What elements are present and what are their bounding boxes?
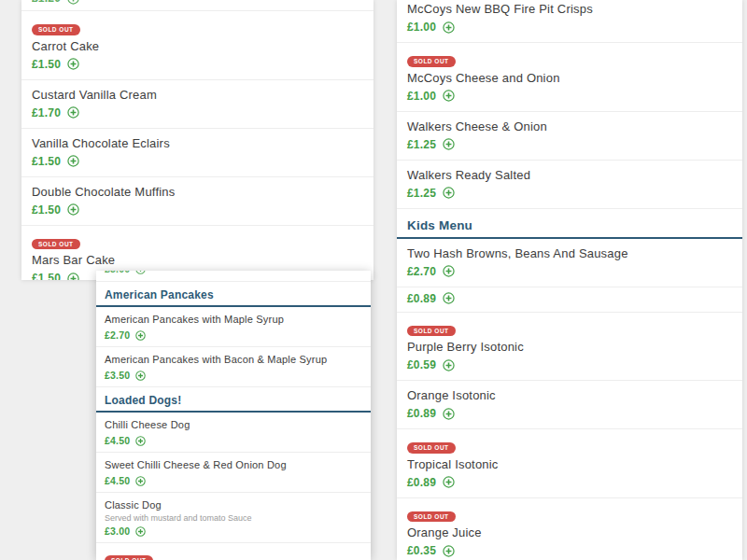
clipped-menu-item: SOLD OUT	[96, 543, 371, 560]
snacks-kids-menu-panel: McCoys New BBQ Fire Pit Crisps£1.00SOLD …	[397, 0, 742, 560]
item-price: £3.00	[105, 271, 130, 274]
add-item-icon[interactable]	[135, 476, 146, 486]
add-item-icon[interactable]	[67, 58, 79, 70]
item-price: £0.89	[407, 476, 436, 489]
menu-item: Two Hash Browns, Beans And Sausage£2.70	[397, 239, 742, 287]
add-item-icon[interactable]	[67, 106, 79, 119]
item-price-row: £1.20	[32, 0, 79, 5]
item-price: £0.89	[407, 292, 436, 305]
item-name: Walkers Cheese & Onion	[407, 119, 732, 134]
add-item-icon[interactable]	[443, 265, 455, 277]
item-price: £1.20	[32, 0, 61, 5]
menu-item: McCoys New BBQ Fire Pit Crisps£1.00	[397, 0, 742, 43]
menu-item: SOLD OUTTropical Isotonic£0.89	[397, 429, 742, 498]
add-item-icon[interactable]	[443, 90, 455, 102]
item-price: £1.25	[407, 138, 436, 151]
add-item-icon[interactable]	[443, 138, 455, 150]
add-item-icon[interactable]	[443, 359, 455, 371]
section-heading: Kids Menu	[397, 209, 742, 239]
menu-item: Walkers Cheese & Onion£1.25	[397, 112, 742, 161]
add-item-icon[interactable]	[135, 271, 146, 274]
add-item-icon[interactable]	[135, 526, 146, 537]
item-price: £1.00	[407, 21, 436, 34]
add-item-icon[interactable]	[135, 436, 146, 446]
clipped-menu-item: £3.00	[96, 271, 371, 282]
item-price-row: £1.25	[407, 187, 732, 200]
item-name: Orange Juice	[407, 525, 732, 540]
item-price: £1.00	[407, 90, 436, 103]
item-price: £3.50	[105, 370, 130, 381]
item-price: £3.00	[105, 525, 130, 537]
add-item-icon[interactable]	[67, 203, 79, 216]
add-item-icon[interactable]	[67, 155, 79, 167]
item-price-row: £1.00	[407, 21, 732, 34]
section-heading: American Pancakes	[96, 282, 371, 307]
item-price: £0.35	[407, 544, 436, 557]
clipped-menu-item: £1.20	[21, 0, 374, 11]
item-price-row: £3.50	[105, 370, 362, 381]
item-description: Served with mustard and tomato Sauce	[105, 513, 362, 523]
item-price: £0.59	[407, 358, 436, 371]
menu-item: SOLD OUTMcCoys Cheese and Onion£1.00	[397, 43, 742, 112]
item-price: £1.50	[32, 58, 61, 71]
menu-item: American Pancakes with Maple Syrup£2.70	[96, 307, 371, 347]
sold-out-badge: SOLD OUT	[407, 326, 456, 337]
add-item-icon[interactable]	[67, 273, 79, 281]
add-item-icon[interactable]	[443, 545, 455, 557]
section-heading-label: Kids Menu	[407, 217, 732, 233]
item-price-row: £4.50	[105, 475, 362, 486]
menu-item: Walkers Ready Salted£1.25	[397, 161, 742, 209]
item-price: £1.50	[32, 203, 61, 217]
item-name: Custard Vanilla Cream	[32, 88, 363, 103]
item-price-row: £0.89	[407, 407, 732, 420]
section-heading-label: American Pancakes	[105, 288, 362, 302]
item-price: £4.50	[105, 475, 130, 486]
add-item-icon[interactable]	[135, 330, 146, 341]
item-price-row: £4.50	[105, 435, 362, 446]
item-price-row: £1.50	[32, 155, 363, 168]
sold-out-badge: SOLD OUT	[32, 239, 80, 250]
item-name: American Pancakes with Bacon & Maple Syr…	[105, 354, 362, 366]
item-price: £1.50	[32, 272, 61, 280]
item-name: Vanilla Chocolate Eclairs	[32, 136, 363, 151]
add-item-icon[interactable]	[443, 187, 455, 199]
item-price-row: £3.00	[105, 525, 362, 537]
item-price-row: £1.25	[407, 138, 732, 151]
item-name: Walkers Ready Salted	[407, 168, 732, 183]
item-name: Tropical Isotonic	[407, 457, 732, 472]
add-item-icon[interactable]	[443, 292, 455, 304]
menu-item-price-only: £0.89	[397, 287, 742, 313]
item-price-row: £0.35	[407, 544, 732, 557]
item-name: American Pancakes with Maple Syrup	[105, 314, 362, 326]
item-name: Sweet Chilli Cheese & Red Onion Dog	[105, 459, 362, 471]
menu-page: £1.20SOLD OUTCarrot Cake£1.50Custard Van…	[0, 0, 747, 560]
section-heading-label: Loaded Dogs!	[105, 394, 362, 408]
item-name: Chilli Cheese Dog	[105, 419, 362, 431]
add-item-icon[interactable]	[135, 371, 146, 381]
item-price-row: £1.70	[32, 106, 363, 119]
sold-out-badge: SOLD OUT	[32, 24, 80, 35]
add-item-icon[interactable]	[443, 408, 455, 420]
add-item-icon[interactable]	[67, 0, 79, 5]
item-price-row: £2.70	[105, 329, 362, 341]
sold-out-badge: SOLD OUT	[105, 555, 153, 560]
menu-item: SOLD OUTPurple Berry Isotonic£0.59	[397, 313, 742, 382]
menu-item: SOLD OUTOrange Juice£0.35	[397, 498, 742, 560]
item-price: £2.70	[105, 329, 130, 341]
menu-item: American Pancakes with Bacon & Maple Syr…	[96, 347, 371, 387]
add-item-icon[interactable]	[443, 476, 455, 488]
dessert-menu-panel: £1.20SOLD OUTCarrot Cake£1.50Custard Van…	[21, 0, 374, 280]
item-price-row: £0.59	[407, 358, 732, 371]
item-name: McCoys New BBQ Fire Pit Crisps	[407, 2, 732, 17]
sold-out-badge: SOLD OUT	[407, 56, 456, 67]
pancakes-hotdogs-panel: £3.00American PancakesAmerican Pancakes …	[96, 271, 371, 560]
item-name: Carrot Cake	[32, 39, 363, 54]
item-price: £1.25	[407, 187, 436, 200]
add-item-icon[interactable]	[443, 21, 455, 34]
item-name: Orange Isotonic	[407, 388, 732, 403]
item-name: McCoys Cheese and Onion	[407, 71, 732, 86]
menu-item: SOLD OUTCarrot Cake£1.50	[21, 11, 374, 80]
menu-item: Sweet Chilli Cheese & Red Onion Dog£4.50	[96, 453, 371, 493]
menu-item: Chilli Cheese Dog£4.50	[96, 413, 371, 453]
item-price-row: £1.50	[32, 58, 363, 71]
